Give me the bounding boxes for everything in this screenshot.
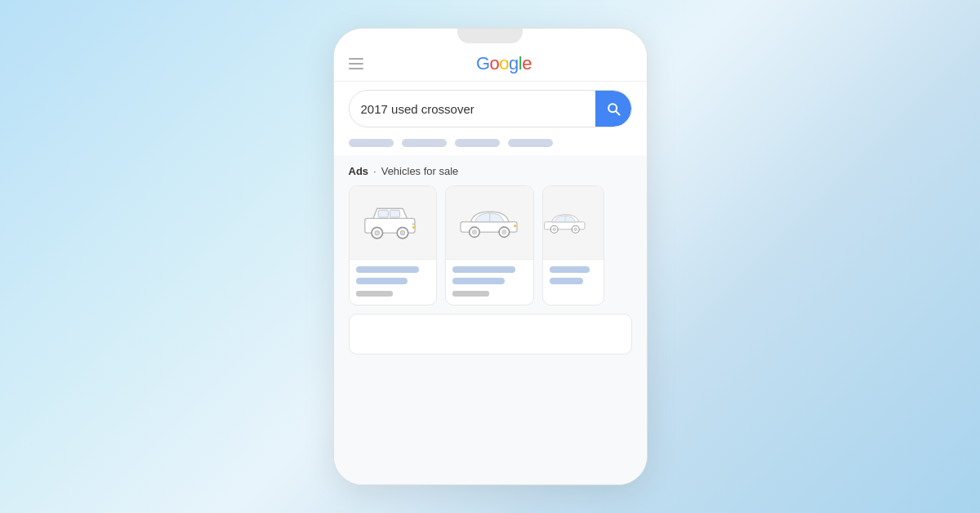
car-info-title-2 — [452, 266, 515, 273]
google-header: Google — [334, 43, 647, 82]
car-card-1[interactable] — [349, 185, 438, 306]
car-price-2 — [452, 291, 489, 297]
car-card-1-info — [350, 260, 437, 305]
ads-label: Ads — [349, 165, 369, 177]
search-input[interactable] — [350, 94, 595, 124]
svg-rect-4 — [412, 226, 415, 229]
car-image-2 — [446, 186, 533, 260]
phone-notch — [457, 29, 523, 43]
filter-tab-4[interactable] — [508, 139, 553, 147]
car-info-title-1 — [356, 266, 419, 273]
sedan-partial-car-icon — [543, 199, 589, 246]
svg-point-21 — [574, 228, 577, 231]
car-info-subtitle-1 — [356, 278, 408, 284]
filter-tab-3[interactable] — [455, 139, 500, 147]
search-bar-container — [334, 82, 647, 134]
svg-point-15 — [502, 230, 506, 234]
sedan-car-icon — [457, 199, 523, 246]
filter-tabs — [334, 134, 647, 155]
car-info-subtitle-2 — [452, 278, 504, 284]
svg-rect-2 — [390, 211, 399, 218]
ads-separator: · — [373, 165, 376, 177]
filter-tab-2[interactable] — [402, 139, 447, 147]
suv-car-icon — [359, 199, 426, 246]
bottom-result-card[interactable] — [349, 314, 632, 355]
car-image-3 — [543, 186, 604, 260]
svg-point-6 — [375, 231, 379, 235]
search-icon — [605, 100, 621, 117]
phone-frame: Google Ads · — [333, 28, 648, 485]
car-info-title-3 — [550, 266, 590, 273]
menu-icon[interactable] — [349, 58, 363, 69]
svg-rect-1 — [378, 211, 388, 218]
google-logo: Google — [476, 53, 532, 74]
car-price-1 — [356, 291, 393, 297]
car-card-3[interactable] — [542, 185, 604, 306]
car-info-subtitle-3 — [550, 278, 583, 284]
car-card-2[interactable] — [445, 185, 534, 306]
ads-subtitle: Vehicles for sale — [381, 165, 459, 177]
car-image-1 — [350, 186, 437, 260]
svg-point-8 — [400, 231, 404, 235]
car-cards-row — [349, 185, 632, 306]
svg-point-13 — [472, 230, 476, 234]
search-button[interactable] — [595, 91, 631, 127]
search-bar — [349, 90, 632, 127]
car-card-2-info — [446, 260, 533, 305]
phone-content: Google Ads · — [334, 43, 647, 484]
filter-tab-1[interactable] — [349, 139, 394, 147]
ads-section: Ads · Vehicles for sale — [334, 155, 647, 484]
svg-point-19 — [553, 228, 556, 231]
svg-rect-11 — [514, 225, 516, 228]
car-card-3-info — [543, 260, 604, 297]
ads-header: Ads · Vehicles for sale — [349, 165, 632, 177]
